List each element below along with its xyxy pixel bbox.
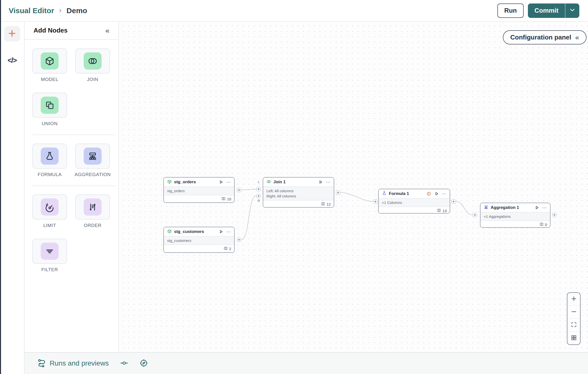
commit-dropdown-button[interactable] bbox=[565, 3, 579, 18]
tile-model[interactable]: MODEL bbox=[32, 48, 67, 82]
join-left-config: Left: All columns bbox=[266, 188, 331, 193]
configuration-panel-button[interactable]: Configuration panel « bbox=[503, 30, 587, 44]
node-body-text: stg_customers bbox=[167, 238, 231, 243]
tile-formula[interactable]: FORMULA bbox=[32, 144, 67, 177]
tile-label: AGGREGATION bbox=[74, 172, 111, 177]
breadcrumb-current-page: Demo bbox=[67, 6, 87, 15]
column-count: 2 bbox=[229, 247, 231, 251]
node-formula-1[interactable]: Formula 1 ⋯ +1 Columns 13 bbox=[378, 189, 450, 214]
columns-icon bbox=[224, 246, 228, 251]
flask-icon bbox=[382, 191, 387, 197]
node-header: stg_customers ⋯ bbox=[164, 227, 234, 236]
plus-icon bbox=[7, 29, 17, 39]
column-count: 0 bbox=[545, 223, 547, 227]
flow-canvas[interactable]: Configuration panel « stg_orders ⋯ stg_o… bbox=[119, 22, 588, 352]
run-button[interactable]: Run bbox=[497, 3, 524, 18]
ellipsis-menu-icon[interactable]: ⋯ bbox=[226, 230, 231, 234]
add-nodes-rail-button[interactable] bbox=[4, 26, 20, 41]
tile-label: LIMIT bbox=[43, 223, 56, 228]
ellipsis-menu-icon[interactable]: ⋯ bbox=[226, 180, 231, 184]
node-title: Formula 1 bbox=[389, 191, 424, 196]
play-icon[interactable] bbox=[434, 191, 439, 196]
tile-aggregation[interactable]: AGGREGATION bbox=[75, 144, 110, 177]
runs-and-previews-tab[interactable]: Runs and previews bbox=[37, 358, 109, 369]
flask-icon bbox=[41, 148, 59, 165]
ellipsis-menu-icon[interactable]: ⋯ bbox=[442, 192, 446, 196]
edge-formula-to-aggregation bbox=[456, 201, 473, 215]
node-body: stg_orders bbox=[164, 187, 234, 195]
collapse-panel-button[interactable]: « bbox=[105, 26, 110, 35]
fit-view-button[interactable] bbox=[567, 319, 580, 332]
bottom-bar: Runs and previews bbox=[25, 352, 588, 374]
zoom-in-button[interactable] bbox=[567, 293, 580, 306]
node-header: Join 1 ⋯ bbox=[263, 178, 334, 187]
tile-limit-box bbox=[32, 194, 67, 220]
node-body: stg_customers bbox=[164, 236, 234, 245]
tile-filter-box bbox=[32, 239, 67, 264]
tile-model-box bbox=[32, 48, 67, 74]
tile-label: JOIN bbox=[87, 77, 98, 82]
ellipsis-menu-icon[interactable]: ⋯ bbox=[542, 206, 547, 210]
ellipsis-menu-icon[interactable]: ⋯ bbox=[326, 180, 331, 184]
tile-label: FILTER bbox=[41, 267, 58, 272]
add-nodes-panel: Add Nodes « MODEL JOIN bbox=[25, 22, 119, 352]
node-title: Join 1 bbox=[273, 180, 316, 185]
topbar-actions: Run Commit bbox=[497, 3, 579, 18]
commit-button[interactable]: Commit bbox=[528, 3, 565, 18]
play-icon[interactable] bbox=[318, 180, 323, 184]
window-edge-divider bbox=[0, 0, 1, 374]
join-venn-icon bbox=[266, 179, 271, 185]
node-tiles-group-modifiers: LIMIT ORDER FILTER bbox=[25, 186, 118, 272]
collapse-left-icon: « bbox=[575, 34, 579, 41]
join-left-input-label: L bbox=[255, 180, 262, 184]
play-icon[interactable] bbox=[219, 229, 223, 234]
node-footer: 0 bbox=[480, 221, 550, 228]
tile-union[interactable]: UNION bbox=[32, 93, 67, 126]
tile-aggregation-box bbox=[75, 144, 110, 169]
join-right-input-handle[interactable] bbox=[257, 194, 261, 198]
tile-union-box bbox=[32, 93, 67, 118]
add-nodes-title: Add Nodes bbox=[34, 27, 68, 34]
node-tiles-group-sources: MODEL JOIN UNION bbox=[25, 40, 118, 126]
collapse-left-icon: « bbox=[105, 26, 110, 35]
node-header: stg_orders ⋯ bbox=[164, 178, 234, 187]
node-footer: 13 bbox=[379, 207, 450, 214]
tile-join[interactable]: JOIN bbox=[75, 48, 110, 82]
canvas-zoom-controls bbox=[567, 292, 581, 345]
node-join-1[interactable]: Join 1 ⋯ Left: All columns Right: All co… bbox=[263, 177, 334, 208]
tile-limit[interactable]: LIMIT bbox=[32, 194, 67, 228]
add-node-handle-stg-orders-out[interactable] bbox=[237, 188, 241, 192]
formula-input-handle[interactable] bbox=[373, 199, 377, 204]
node-header: Aggregation 1 ⋯ bbox=[480, 203, 550, 212]
node-aggregation-1[interactable]: Aggregation 1 ⋯ +1 Aggregations 0 bbox=[480, 203, 551, 228]
overview-grid-button[interactable] bbox=[567, 332, 580, 344]
cube-icon bbox=[167, 179, 172, 185]
tile-order[interactable]: ORDER bbox=[75, 194, 110, 228]
edge-join-to-formula bbox=[340, 192, 373, 201]
node-stg-orders[interactable]: stg_orders ⋯ stg_orders 10 bbox=[163, 177, 235, 203]
cube-icon bbox=[41, 52, 59, 70]
columns-icon bbox=[221, 197, 225, 201]
warning-icon bbox=[427, 191, 431, 196]
play-icon[interactable] bbox=[535, 205, 539, 210]
add-node-handle-aggregation-out[interactable] bbox=[552, 213, 556, 217]
add-node-handle-formula-out[interactable] bbox=[451, 199, 456, 204]
aggregation-input-handle[interactable] bbox=[473, 213, 477, 217]
add-node-handle-stg-customers-out[interactable] bbox=[237, 238, 241, 242]
zoom-out-button[interactable] bbox=[567, 306, 580, 319]
join-left-input-handle[interactable] bbox=[257, 187, 261, 191]
join-right-input-label: R bbox=[255, 199, 262, 203]
sitemap-icon bbox=[84, 148, 102, 165]
node-stg-customers[interactable]: stg_customers ⋯ stg_customers 2 bbox=[163, 227, 235, 253]
commit-node-button[interactable] bbox=[120, 359, 128, 368]
explore-button[interactable] bbox=[140, 359, 148, 368]
compass-icon bbox=[140, 359, 148, 368]
fit-view-icon bbox=[571, 322, 577, 328]
add-node-handle-join-out[interactable] bbox=[336, 190, 340, 195]
tile-filter[interactable]: FILTER bbox=[32, 239, 67, 272]
breadcrumb-visual-editor-link[interactable]: Visual Editor bbox=[9, 6, 54, 15]
commit-split-button: Commit bbox=[528, 3, 579, 18]
code-editor-rail-button[interactable]: </> bbox=[8, 56, 17, 65]
configuration-panel-label: Configuration panel bbox=[510, 34, 571, 41]
play-icon[interactable] bbox=[219, 180, 223, 184]
